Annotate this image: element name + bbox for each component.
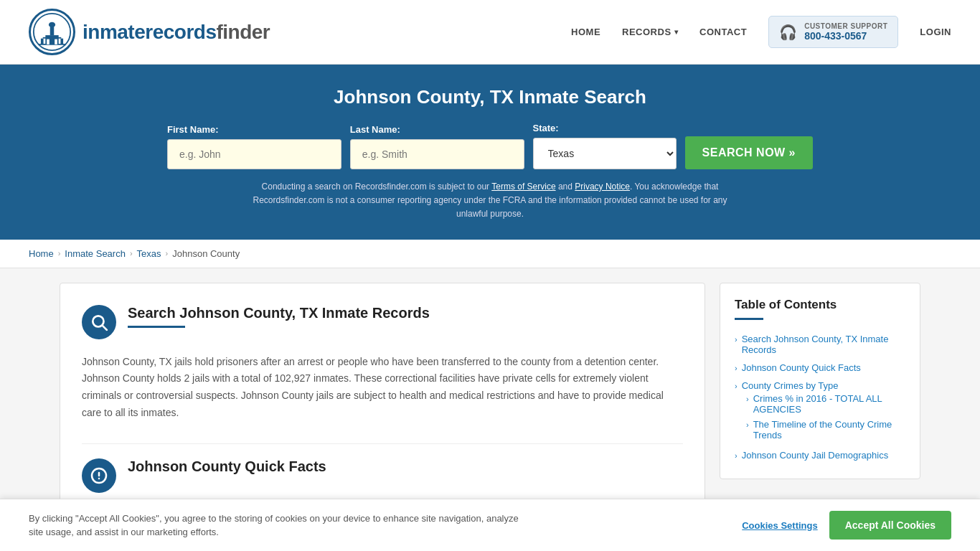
- customer-support-box: 🎧 CUSTOMER SUPPORT 800-433-0567: [768, 16, 898, 48]
- state-label: State:: [533, 123, 677, 133]
- last-name-group: Last Name:: [350, 124, 524, 169]
- toc-item-2: › Johnson County Quick Facts: [735, 359, 905, 377]
- breadcrumb-sep-3: ›: [166, 249, 169, 258]
- toc-box: Table of Contents › Search Johnson Count…: [720, 283, 920, 479]
- toc-chevron-icon: ›: [735, 364, 738, 372]
- svg-rect-9: [55, 39, 57, 44]
- section-2: Johnson County Quick Facts: [82, 443, 683, 493]
- first-name-group: First Name:: [167, 124, 341, 169]
- toc-link-3[interactable]: › County Crimes by Type: [735, 380, 905, 391]
- breadcrumb-sep-2: ›: [130, 249, 133, 258]
- nav-home[interactable]: HOME: [571, 27, 600, 37]
- facts-section-icon: [82, 458, 116, 493]
- toc-divider: [735, 318, 763, 320]
- toc-chevron-icon: ›: [735, 335, 738, 344]
- cookies-settings-button[interactable]: Cookies Settings: [742, 520, 817, 531]
- svg-point-4: [49, 22, 55, 27]
- search-section-icon: [82, 305, 116, 339]
- hero-disclaimer: Conducting a search on Recordsfinder.com…: [239, 180, 741, 222]
- site-header: inmaterecordsfinder HOME RECORDS ▾ CONTA…: [0, 0, 980, 65]
- logo-area: inmaterecordsfinder: [29, 9, 270, 55]
- hero-section: Johnson County, TX Inmate Search First N…: [0, 65, 980, 240]
- breadcrumb-current: Johnson County: [172, 248, 240, 259]
- cookie-banner: By clicking "Accept All Cookies", you ag…: [0, 499, 980, 544]
- cookie-text: By clicking "Accept All Cookies", you ag…: [29, 512, 531, 540]
- section-1-heading: Search Johnson County, TX Inmate Records: [82, 305, 683, 339]
- toc-item-6: › Johnson County Jail Demographics: [735, 446, 905, 464]
- breadcrumb-home[interactable]: Home: [29, 248, 54, 259]
- nav-contact[interactable]: CONTACT: [699, 27, 747, 37]
- cookie-actions: Cookies Settings Accept All Cookies: [742, 511, 951, 540]
- main-container: Search Johnson County, TX Inmate Records…: [31, 283, 949, 529]
- svg-rect-8: [47, 39, 50, 44]
- toc-link-6[interactable]: › Johnson County Jail Demographics: [735, 450, 905, 461]
- toc-item-5: › The Timeline of the County Crime Trend…: [746, 417, 905, 443]
- state-select[interactable]: Texas Alabama Alaska Arizona California …: [533, 138, 677, 169]
- toc-title: Table of Contents: [735, 298, 905, 312]
- section-2-title: Johnson County Quick Facts: [128, 458, 326, 475]
- toc-chevron-icon: ›: [746, 420, 749, 429]
- first-name-label: First Name:: [167, 124, 341, 135]
- first-name-input[interactable]: [167, 139, 341, 169]
- nav-login[interactable]: LOGIN: [920, 27, 951, 37]
- content-area: Search Johnson County, TX Inmate Records…: [60, 283, 705, 529]
- section-2-heading: Johnson County Quick Facts: [82, 458, 683, 493]
- section-1-body: Johnson County, TX jails hold prisoners …: [82, 354, 683, 422]
- sidebar: Table of Contents › Search Johnson Count…: [720, 283, 920, 529]
- toc-link-5[interactable]: › The Timeline of the County Crime Trend…: [746, 419, 905, 441]
- records-chevron-icon: ▾: [674, 28, 679, 36]
- toc-sublist: › Crimes % in 2016 - TOTAL ALL AGENCIES …: [735, 391, 905, 443]
- breadcrumb-state[interactable]: Texas: [137, 248, 161, 259]
- search-form: First Name: Last Name: State: Texas Alab…: [167, 123, 813, 169]
- accept-all-cookies-button[interactable]: Accept All Cookies: [829, 511, 951, 540]
- toc-link-2[interactable]: › Johnson County Quick Facts: [735, 362, 905, 373]
- toc-item-3: › County Crimes by Type › Crimes % in 20…: [735, 377, 905, 446]
- support-number: 800-433-0567: [804, 30, 887, 42]
- toc-chevron-icon: ›: [735, 451, 738, 460]
- main-nav: HOME RECORDS ▾ CONTACT 🎧 CUSTOMER SUPPOR…: [571, 16, 951, 48]
- search-button[interactable]: SEARCH NOW »: [685, 136, 813, 169]
- section-1-title: Search Johnson County, TX Inmate Records: [128, 305, 430, 321]
- toc-link-4[interactable]: › Crimes % in 2016 - TOTAL ALL AGENCIES: [746, 393, 905, 415]
- svg-line-11: [103, 325, 107, 329]
- logo-icon: [29, 9, 75, 55]
- toc-chevron-icon: ›: [735, 382, 738, 390]
- toc-list: › Search Johnson County, TX Inmate Recor…: [735, 330, 905, 464]
- breadcrumb-inmate-search[interactable]: Inmate Search: [65, 248, 126, 259]
- toc-chevron-icon: ›: [746, 395, 749, 403]
- toc-item-1: › Search Johnson County, TX Inmate Recor…: [735, 330, 905, 359]
- headset-icon: 🎧: [779, 24, 797, 41]
- toc-link-1[interactable]: › Search Johnson County, TX Inmate Recor…: [735, 334, 905, 355]
- support-label: CUSTOMER SUPPORT: [804, 22, 887, 30]
- section-1-underline: [128, 326, 185, 328]
- breadcrumb-sep-1: ›: [58, 249, 61, 258]
- svg-rect-6: [60, 39, 63, 44]
- toc-item-4: › Crimes % in 2016 - TOTAL ALL AGENCIES: [746, 391, 905, 417]
- nav-records[interactable]: RECORDS ▾: [622, 27, 678, 37]
- state-group: State: Texas Alabama Alaska Arizona Cali…: [533, 123, 677, 169]
- last-name-input[interactable]: [350, 139, 524, 169]
- logo-text: inmaterecordsfinder: [83, 21, 270, 44]
- privacy-link[interactable]: Privacy Notice: [575, 182, 630, 192]
- svg-rect-2: [43, 37, 62, 39]
- tos-link[interactable]: Terms of Service: [491, 182, 555, 192]
- breadcrumb: Home › Inmate Search › Texas › Johnson C…: [0, 240, 980, 268]
- svg-rect-5: [41, 39, 44, 44]
- hero-title: Johnson County, TX Inmate Search: [29, 86, 951, 108]
- last-name-label: Last Name:: [350, 124, 524, 135]
